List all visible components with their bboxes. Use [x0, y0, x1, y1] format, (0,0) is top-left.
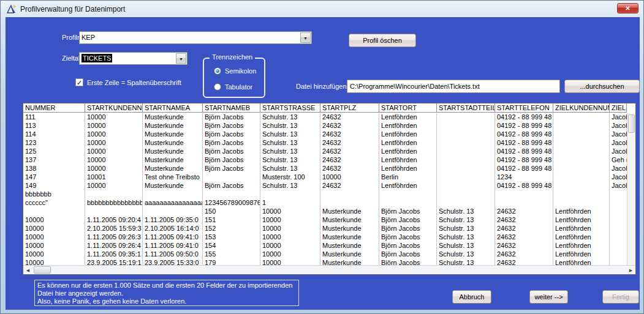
table-cell: Björn Jacobs	[203, 165, 260, 173]
table-row[interactable]: bbbbbbb	[23, 190, 627, 199]
table-cell: 123	[23, 139, 85, 148]
arrow-right-icon: ▶	[629, 268, 632, 272]
table-cell	[437, 139, 495, 148]
table-row[interactable]: 100002.10.2005 15:59:32.10.2005 16:14:01…	[23, 225, 627, 233]
table-cell: Jacob	[610, 113, 627, 122]
horizontal-scrollbar-thumb[interactable]	[34, 266, 51, 274]
table-row[interactable]: 15010000MusterkundeBjörn JacobsSchulstr.…	[23, 207, 627, 216]
table-row[interactable]: 11310000MusterkundeBjörn JacobsSchulstr.…	[23, 122, 627, 130]
table-cell: 10000	[85, 122, 143, 130]
table-row[interactable]: 11110000MusterkundeBjörn JacobsSchulstr.…	[23, 113, 627, 122]
table-cell: 155	[203, 250, 260, 259]
table-row[interactable]: 13710000MusterkundeBjörn JacobsSchulstr.…	[23, 156, 627, 165]
browse-button[interactable]: ...durchsuchen	[564, 80, 640, 93]
table-cell: 1.11.2005 09:35:0	[143, 216, 203, 225]
table-cell: Lentföhrden	[379, 122, 437, 130]
table-cell: Björn Jacobs	[379, 250, 437, 259]
table-row[interactable]: 100001.11.2005 09:35:11.11.2005 09:50:01…	[23, 250, 627, 259]
table-cell: 10000	[85, 156, 143, 165]
table-cell: 150	[203, 207, 260, 216]
close-button[interactable]: ✕	[617, 3, 638, 13]
table-cell: Berlin	[379, 173, 437, 182]
table-cell: 1.11.2005 09:35:1	[85, 250, 143, 259]
chevron-down-icon: ▼	[303, 36, 308, 40]
table-cell: 138	[23, 165, 85, 173]
table-cell: 1.11.2005 09:50:0	[143, 250, 203, 259]
info-line: Also, keine Panik, es gehen keine Daten …	[37, 297, 296, 305]
profilname-combobox[interactable]: KEP ▼	[79, 31, 312, 44]
vertical-scrollbar[interactable]	[627, 113, 635, 266]
table-cell: Jacob	[610, 165, 627, 173]
table-cell: 10000	[260, 250, 320, 259]
table-cell: Schulstr. 13	[437, 207, 495, 216]
table-cell: 24632	[495, 207, 553, 216]
table-row[interactable]: 12310000MusterkundeBjörn JacobsSchulstr.…	[23, 139, 627, 148]
delete-profile-button[interactable]: Profil öschen	[349, 34, 416, 47]
radio-icon[interactable]	[214, 67, 221, 75]
column-separator	[494, 113, 495, 266]
table-row[interactable]: cccccc"bbbbbbbbbbbbbbbbaaaaaaaaaaaaaaaa1…	[23, 199, 627, 207]
table-cell: Musterkunde	[143, 156, 203, 165]
table-cell: Lentföhrden	[379, 156, 437, 165]
table-cell	[437, 173, 495, 182]
table-row[interactable]: 12510000MusterkundeBjörn JacobsSchulstr.…	[23, 148, 627, 156]
scroll-right-arrow[interactable]: ▶	[626, 266, 635, 274]
table-cell	[437, 130, 495, 139]
table-cell: 04192 - 88 999 48	[495, 156, 553, 165]
table-cell	[553, 130, 610, 139]
table-row[interactable]: 14710001Test ohne TreibstoMusterstr. 100…	[23, 173, 627, 182]
table-cell	[437, 165, 495, 173]
scroll-left-arrow[interactable]: ◀	[23, 266, 32, 274]
radio-option-semikolon[interactable]: Semikolon	[214, 67, 256, 75]
table-cell	[437, 199, 495, 207]
table-cell: Musterkunde	[143, 165, 203, 173]
table-cell: 1.11.2005 09:41:0	[143, 242, 203, 250]
column-header: STARTSTADTTEIL	[437, 103, 495, 113]
table-row[interactable]: 14910000MusterkundeBjörn JacobsSchulstr.…	[23, 182, 627, 190]
table-cell: Schulstr. 13	[260, 139, 320, 148]
table-cell: bbbbbbb	[23, 190, 85, 199]
table-cell: 1	[260, 199, 320, 207]
zieltabelle-combobox[interactable]: TICKETS ▼	[79, 52, 188, 65]
vertical-scrollbar-thumb[interactable]	[628, 114, 635, 133]
table-cell: Schulstr. 13	[260, 165, 320, 173]
table-cell	[610, 207, 627, 216]
table-cell	[553, 165, 610, 173]
table-cell: 1.11.2005 09:20:4	[85, 216, 143, 225]
file-path-input[interactable]: C:\Programme\Wincourier\Daten\Tickets.tx…	[347, 80, 560, 93]
table-cell: Lentföhrden	[379, 148, 437, 156]
grid-header: NUMMERSTARTKUNDENNUMSTARTNAMEASTARTNAMEB…	[23, 103, 627, 113]
finish-button[interactable]: Fertig	[602, 290, 639, 304]
table-row[interactable]: 11410000MusterkundeBjörn JacobsSchulstr.…	[23, 130, 627, 139]
table-cell	[320, 190, 379, 199]
table-row[interactable]: 100001.11.2005 09:20:41.11.2005 09:35:01…	[23, 216, 627, 225]
table-cell: 114	[23, 130, 85, 139]
table-cell: Lentföhrden	[553, 207, 610, 216]
table-cell	[610, 225, 627, 233]
column-header: NUMMER	[23, 103, 85, 113]
column-separator	[142, 113, 143, 266]
next-button[interactable]: weiter -->	[529, 290, 568, 304]
table-row[interactable]: 13810000MusterkundeBjörn JacobsSchulstr.…	[23, 165, 627, 173]
column-separator	[436, 113, 437, 266]
table-row[interactable]: 100001.11.2005 09:26:31.11.2005 09:41:01…	[23, 233, 627, 242]
profilname-dropdown-button[interactable]: ▼	[300, 32, 311, 43]
table-cell: Lentföhrden	[379, 113, 437, 122]
radio-option-tabulator[interactable]: Tabulator	[214, 83, 252, 91]
table-cell: Björn Jacobs	[379, 207, 437, 216]
first-row-checkbox[interactable]: ✓	[75, 78, 83, 86]
radio-icon[interactable]	[214, 83, 221, 91]
table-cell: 1234	[495, 173, 553, 182]
table-cell: 147	[23, 173, 85, 182]
zieltabelle-dropdown-button[interactable]: ▼	[176, 53, 186, 64]
table-cell: 111	[23, 113, 85, 122]
table-cell: 1.11.2005 09:41:0	[143, 233, 203, 242]
cancel-button[interactable]: Abbruch	[452, 290, 491, 304]
horizontal-scrollbar[interactable]: ◀ ▶	[23, 265, 635, 274]
table-cell: Musterkunde	[320, 216, 379, 225]
column-separator	[85, 113, 85, 266]
table-cell	[553, 199, 610, 207]
table-cell: Björn Jacobs	[203, 113, 260, 122]
table-row[interactable]: 100001.11.2005 09:26:41.11.2005 09:41:01…	[23, 242, 627, 250]
table-cell: Musterkunde	[143, 113, 203, 122]
